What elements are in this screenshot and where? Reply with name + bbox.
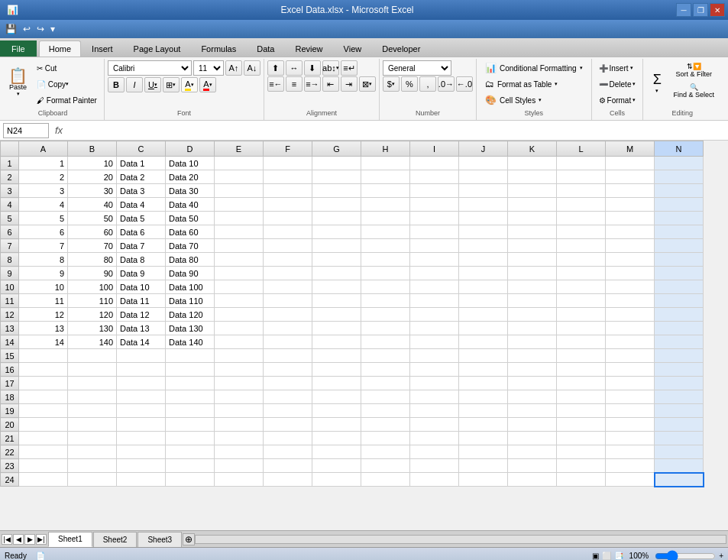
cell-H19[interactable] xyxy=(361,404,410,418)
cell-N16[interactable] xyxy=(655,363,704,377)
cell-A21[interactable] xyxy=(19,432,68,445)
cell-K8[interactable] xyxy=(508,253,557,267)
fill-color-button[interactable]: A▾ xyxy=(181,77,198,92)
cell-J23[interactable] xyxy=(459,459,508,473)
cell-L6[interactable] xyxy=(557,225,606,239)
cell-F11[interactable] xyxy=(264,294,312,308)
cell-F10[interactable] xyxy=(264,280,312,294)
cell-A18[interactable] xyxy=(19,390,68,404)
page-break-view-btn[interactable]: 📑 xyxy=(614,552,623,560)
cell-C10[interactable]: Data 10 xyxy=(117,280,166,294)
cell-I11[interactable] xyxy=(410,294,459,308)
cell-B2[interactable]: 20 xyxy=(68,170,117,184)
font-size-select[interactable]: 11 xyxy=(193,60,224,76)
cell-M2[interactable] xyxy=(606,170,655,184)
cell-K1[interactable] xyxy=(508,157,557,170)
cell-H12[interactable] xyxy=(361,308,410,322)
cell-D7[interactable]: Data 70 xyxy=(166,239,215,253)
cell-K4[interactable] xyxy=(508,198,557,212)
cell-M4[interactable] xyxy=(606,198,655,212)
cell-M7[interactable] xyxy=(606,239,655,253)
cell-H20[interactable] xyxy=(361,418,410,432)
cell-I9[interactable] xyxy=(410,267,459,280)
row-header-17[interactable]: 17 xyxy=(1,377,19,390)
row-header-4[interactable]: 4 xyxy=(1,198,19,212)
cell-G12[interactable] xyxy=(312,308,361,322)
cell-N4[interactable] xyxy=(655,198,704,212)
cell-C12[interactable]: Data 12 xyxy=(117,308,166,322)
cell-E11[interactable] xyxy=(215,294,264,308)
save-quick-btn[interactable]: 💾 xyxy=(3,23,19,35)
row-header-12[interactable]: 12 xyxy=(1,308,19,322)
sheet-tab-sheet1[interactable]: Sheet1 xyxy=(48,532,92,547)
cell-L22[interactable] xyxy=(557,445,606,459)
cell-J24[interactable] xyxy=(459,473,508,487)
cell-D5[interactable]: Data 50 xyxy=(166,212,215,225)
cell-L21[interactable] xyxy=(557,432,606,445)
format-painter-button[interactable]: 🖌 Format Painter xyxy=(33,92,101,108)
cell-J3[interactable] xyxy=(459,184,508,198)
cell-A24[interactable] xyxy=(19,473,68,487)
cell-L10[interactable] xyxy=(557,280,606,294)
align-bottom-btn[interactable]: ⬇ xyxy=(304,60,321,76)
cell-D4[interactable]: Data 40 xyxy=(166,198,215,212)
cell-J9[interactable] xyxy=(459,267,508,280)
cell-B5[interactable]: 50 xyxy=(68,212,117,225)
cell-E3[interactable] xyxy=(215,184,264,198)
cell-C23[interactable] xyxy=(117,459,166,473)
cell-F12[interactable] xyxy=(264,308,312,322)
zoom-slider[interactable] xyxy=(655,551,716,561)
row-header-8[interactable]: 8 xyxy=(1,253,19,267)
cell-J7[interactable] xyxy=(459,239,508,253)
cell-I12[interactable] xyxy=(410,308,459,322)
cell-E16[interactable] xyxy=(215,363,264,377)
cell-D9[interactable]: Data 90 xyxy=(166,267,215,280)
cell-N2[interactable] xyxy=(655,170,704,184)
cell-K11[interactable] xyxy=(508,294,557,308)
cell-E15[interactable] xyxy=(215,349,264,363)
row-header-20[interactable]: 20 xyxy=(1,418,19,432)
cell-I13[interactable] xyxy=(410,322,459,335)
cell-A10[interactable]: 10 xyxy=(19,280,68,294)
cell-I6[interactable] xyxy=(410,225,459,239)
cell-E9[interactable] xyxy=(215,267,264,280)
cell-L4[interactable] xyxy=(557,198,606,212)
cell-J8[interactable] xyxy=(459,253,508,267)
cell-N12[interactable] xyxy=(655,308,704,322)
cell-J19[interactable] xyxy=(459,404,508,418)
cell-G8[interactable] xyxy=(312,253,361,267)
cell-F14[interactable] xyxy=(264,335,312,349)
cell-D6[interactable]: Data 60 xyxy=(166,225,215,239)
cell-A22[interactable] xyxy=(19,445,68,459)
col-header-A[interactable]: A xyxy=(19,141,68,157)
cell-C22[interactable] xyxy=(117,445,166,459)
align-middle-btn[interactable]: ↔ xyxy=(286,60,303,76)
cell-I19[interactable] xyxy=(410,404,459,418)
cell-A23[interactable] xyxy=(19,459,68,473)
cell-K6[interactable] xyxy=(508,225,557,239)
cell-A17[interactable] xyxy=(19,377,68,390)
tab-file[interactable]: File xyxy=(0,40,37,57)
cell-B24[interactable] xyxy=(68,473,117,487)
cell-H15[interactable] xyxy=(361,349,410,363)
cell-J14[interactable] xyxy=(459,335,508,349)
cell-N17[interactable] xyxy=(655,377,704,390)
cell-F7[interactable] xyxy=(264,239,312,253)
cell-K5[interactable] xyxy=(508,212,557,225)
cell-K22[interactable] xyxy=(508,445,557,459)
cell-E10[interactable] xyxy=(215,280,264,294)
cell-C20[interactable] xyxy=(117,418,166,432)
cell-G16[interactable] xyxy=(312,363,361,377)
percent-btn[interactable]: % xyxy=(401,76,418,92)
cell-M14[interactable] xyxy=(606,335,655,349)
cell-K18[interactable] xyxy=(508,390,557,404)
cell-C4[interactable]: Data 4 xyxy=(117,198,166,212)
cell-A15[interactable] xyxy=(19,349,68,363)
cell-H8[interactable] xyxy=(361,253,410,267)
row-header-19[interactable]: 19 xyxy=(1,404,19,418)
cell-E13[interactable] xyxy=(215,322,264,335)
cell-C8[interactable]: Data 8 xyxy=(117,253,166,267)
col-header-C[interactable]: C xyxy=(117,141,166,157)
col-header-I[interactable]: I xyxy=(410,141,459,157)
cell-G6[interactable] xyxy=(312,225,361,239)
